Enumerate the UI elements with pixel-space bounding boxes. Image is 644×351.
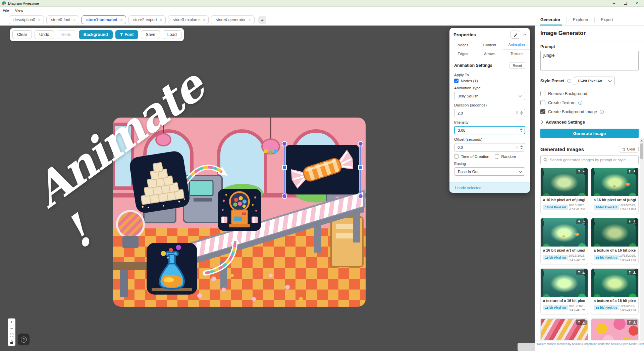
lock-button[interactable] [8, 339, 15, 346]
help-button[interactable]: ? [18, 334, 30, 345]
properties-tab-nodes[interactable]: Nodes [449, 41, 476, 49]
load-button[interactable]: Load [163, 30, 181, 39]
tab-export[interactable]: Export [595, 14, 619, 26]
generated-image-card[interactable] [540, 318, 588, 342]
redo-button[interactable]: Redo [57, 30, 76, 39]
menu-file[interactable]: File [3, 8, 9, 12]
font-button[interactable]: T Font [115, 30, 139, 39]
close-tab-icon[interactable]: × [38, 18, 40, 22]
properties-tab-texture[interactable]: Texture [503, 49, 530, 58]
maximize-button[interactable] [624, 2, 627, 5]
generated-image-thumbnail[interactable] [591, 168, 638, 196]
sidebar-scrollbar[interactable] [640, 138, 644, 351]
image-search-input[interactable] [550, 158, 636, 162]
style-preset-select[interactable]: 16-bit Pixel Art [574, 77, 615, 85]
tab-description0[interactable]: description0× [9, 15, 44, 24]
download-icon[interactable] [633, 220, 636, 224]
tab-explorer[interactable]: Explorer [567, 14, 595, 26]
generated-image-card[interactable] [591, 318, 639, 342]
reset-button[interactable]: Reset [509, 62, 525, 69]
duration-input[interactable] [454, 111, 525, 115]
intensity-input[interactable] [455, 128, 525, 132]
generate-image-button[interactable]: Generate Image [540, 129, 639, 138]
pin-icon[interactable] [628, 320, 632, 324]
advanced-settings-toggle[interactable]: Advanced Settings [540, 120, 639, 125]
create-background-image-checkbox[interactable] [540, 109, 545, 114]
duration-spinner[interactable] [520, 111, 523, 115]
tab-store4-generator[interactable]: store4-generator× [211, 15, 254, 24]
drag-handle-icon[interactable]: ⠿ [516, 129, 518, 132]
generated-image-thumbnail[interactable] [541, 269, 588, 297]
pin-icon[interactable] [628, 220, 632, 224]
animation-type-select[interactable]: Jelly Squish [454, 92, 525, 100]
nodes-checkbox[interactable] [454, 79, 459, 83]
node-wrapped-candy[interactable] [286, 145, 359, 194]
generated-image-card[interactable]: a texture of a 16 bit pixel art o 16-bit… [591, 268, 639, 315]
easing-select[interactable]: Ease In-Out [454, 167, 525, 176]
download-icon[interactable] [582, 220, 586, 224]
clear-button[interactable]: Clear [12, 30, 32, 39]
offset-spinner[interactable] [520, 145, 523, 149]
generated-image-card[interactable]: a texture of a 16 bit pixel art o 16-bit… [540, 268, 588, 315]
info-icon[interactable]: i [578, 101, 582, 105]
download-icon[interactable] [582, 170, 586, 173]
tab-store3-explorer[interactable]: store3-explorer× [168, 15, 209, 24]
menu-view[interactable]: View [15, 8, 23, 12]
scroll-up-icon[interactable] [640, 140, 643, 141]
tab-store1-animated[interactable]: store1-animated× [82, 15, 126, 24]
node-marshmallow-pile[interactable] [128, 150, 191, 214]
resize-handle-right[interactable] [358, 165, 363, 170]
offset-input[interactable] [454, 145, 525, 149]
scrollbar-thumb[interactable] [640, 143, 643, 159]
prompt-input[interactable]: jungle [540, 51, 639, 71]
resize-handle-bottom-right[interactable] [358, 193, 363, 199]
pin-icon[interactable] [628, 170, 632, 173]
selection-box[interactable] [284, 144, 361, 196]
diagram-canvas[interactable]: Animate ! [0, 26, 535, 351]
close-tab-icon[interactable]: × [249, 18, 251, 22]
time-of-creation-checkbox[interactable] [454, 154, 459, 159]
info-icon[interactable]: i [600, 110, 604, 114]
pin-icon[interactable] [577, 170, 581, 173]
eyedropper-button[interactable] [510, 31, 520, 39]
node-gumball-machine[interactable] [218, 189, 261, 231]
generated-image-thumbnail[interactable] [591, 269, 638, 297]
create-texture-checkbox[interactable] [540, 100, 545, 105]
close-tab-icon[interactable]: × [73, 18, 75, 22]
properties-tab-arrows[interactable]: Arrows [476, 49, 503, 58]
close-tab-icon[interactable]: × [203, 18, 205, 22]
download-icon[interactable] [582, 270, 586, 274]
remove-background-checkbox[interactable] [540, 91, 545, 96]
resize-handle-bottom-left[interactable] [282, 193, 287, 199]
pin-icon[interactable] [577, 270, 581, 274]
properties-tab-edges[interactable]: Edges [449, 49, 476, 58]
fit-view-button[interactable] [8, 332, 15, 339]
save-button[interactable]: Save [141, 30, 160, 39]
clear-images-button[interactable]: Clear [619, 146, 639, 152]
resize-handle-top-left[interactable] [282, 141, 287, 146]
intensity-spinner[interactable] [520, 128, 523, 132]
resize-handle-left[interactable] [282, 165, 287, 170]
download-icon[interactable] [633, 170, 636, 173]
pin-icon[interactable] [577, 320, 581, 324]
node-flask[interactable] [147, 243, 197, 295]
undo-button[interactable]: Undo [35, 30, 54, 39]
random-checkbox[interactable] [495, 154, 499, 159]
generated-image-thumbnail[interactable] [541, 319, 588, 342]
generated-image-card[interactable]: a 16 bit pixel art of jungle 16-bit Pixe… [540, 218, 588, 264]
pin-icon[interactable] [577, 220, 581, 224]
zoom-out-button[interactable]: − [8, 325, 15, 332]
new-tab-button[interactable]: + [258, 16, 266, 24]
generated-image-thumbnail[interactable] [541, 168, 588, 196]
generated-image-thumbnail[interactable] [591, 218, 638, 247]
properties-tab-animation[interactable]: Animation [503, 41, 530, 49]
generated-image-thumbnail[interactable] [541, 218, 588, 247]
drag-handle-icon[interactable]: ⠿ [516, 112, 518, 115]
properties-tab-content[interactable]: Content [476, 41, 503, 49]
tab-store2-export[interactable]: store2-export× [128, 15, 166, 24]
generated-image-thumbnail[interactable] [591, 319, 638, 342]
minimize-button[interactable]: – [613, 0, 615, 7]
generated-image-card[interactable]: a 16 bit pixel art of jungle 16-bit Pixe… [540, 168, 588, 214]
generated-image-card[interactable]: a 16 bit pixel art of jungle 16-bit Pixe… [591, 168, 639, 214]
generated-image-card[interactable]: a texture of a 16 bit pixel art o 16-bit… [591, 218, 639, 264]
